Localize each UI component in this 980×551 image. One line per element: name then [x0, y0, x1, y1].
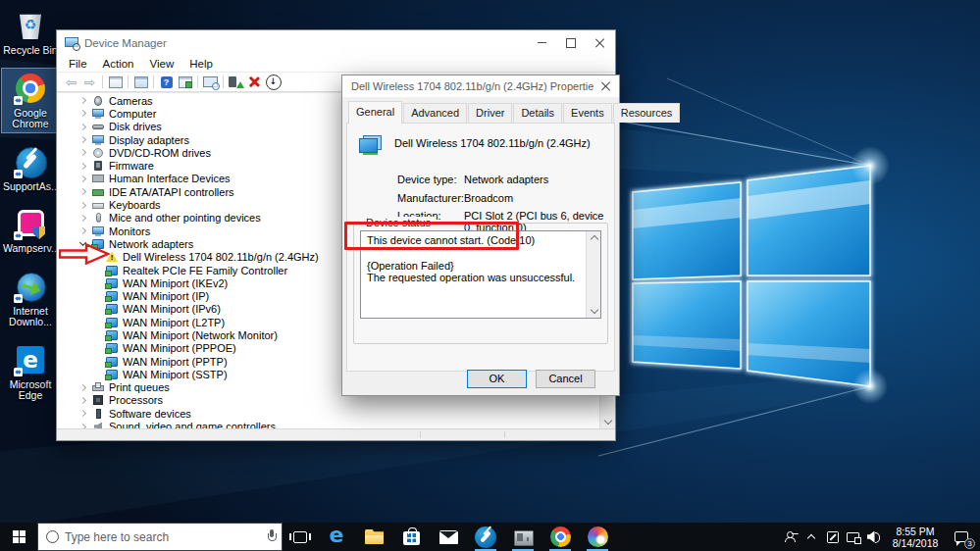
ok-button[interactable]: OK [467, 370, 527, 388]
toolbar-button[interactable] [201, 74, 220, 90]
desktop-icon[interactable]: Microsoft Edge [2, 340, 59, 404]
app-icon [548, 526, 572, 549]
device-type-icon [106, 318, 118, 327]
tree-item-label: Disk drives [109, 121, 162, 132]
status-bar [57, 428, 615, 440]
scroll-down-icon[interactable] [600, 415, 615, 428]
device-type-icon [92, 187, 104, 197]
taskbar-app[interactable] [430, 523, 467, 551]
expand-chevron-icon[interactable] [78, 174, 88, 183]
tree-item-label: WAN Miniport (PPTP) [123, 356, 228, 368]
dialog-close-button[interactable] [593, 75, 619, 97]
toolbar-button[interactable] [157, 74, 176, 90]
toolbar-button[interactable] [102, 75, 103, 88]
desktop-icon[interactable]: SupportAs... [2, 142, 59, 195]
taskbar-clock[interactable]: 8:55 PM 8/14/2018 [884, 526, 947, 549]
toolbar-button[interactable] [128, 75, 129, 88]
toolbar-button[interactable] [227, 74, 245, 90]
scroll-down-icon[interactable] [587, 304, 600, 318]
dialog-tab[interactable]: Advanced [403, 103, 467, 123]
tree-item-label: Keyboards [109, 199, 161, 211]
desktop-icon[interactable]: Google Chrome [2, 69, 59, 132]
desktop-icon[interactable]: Internet Downlo... [2, 267, 59, 330]
volume-button[interactable] [863, 523, 884, 551]
task-view-button[interactable] [283, 523, 318, 551]
desktop-icon[interactable]: Recycle Bin [2, 6, 59, 59]
taskbar-app[interactable] [318, 523, 355, 551]
toolbar-button[interactable] [176, 74, 194, 90]
taskbar-app[interactable] [542, 523, 579, 551]
expand-chevron-icon[interactable] [78, 135, 88, 145]
menu-item[interactable]: Help [181, 58, 221, 70]
toolbar-button[interactable] [245, 74, 264, 90]
action-center-button[interactable]: 3 [947, 523, 976, 551]
menu-item[interactable]: View [142, 58, 182, 70]
toolbar-button[interactable] [197, 75, 198, 88]
taskbar-app[interactable] [392, 523, 430, 551]
show-hidden-icons-button[interactable] [801, 523, 822, 551]
dialog-tab[interactable]: Driver [468, 103, 512, 123]
taskbar-app[interactable] [579, 523, 616, 551]
dialog-titlebar[interactable]: Dell Wireless 1704 802.11b/g/n (2.4GHz) … [342, 75, 619, 97]
cancel-button[interactable]: Cancel [536, 370, 595, 388]
network-button[interactable] [843, 523, 863, 551]
minimize-button[interactable] [527, 30, 556, 55]
search-input[interactable] [59, 530, 267, 544]
device-manager-titlebar[interactable]: Device Manager [57, 30, 615, 55]
expand-chevron-icon[interactable] [78, 148, 88, 158]
scroll-up-icon[interactable] [587, 231, 600, 245]
close-button[interactable] [586, 30, 615, 55]
microphone-icon[interactable] [267, 529, 276, 544]
menu-item[interactable]: File [61, 58, 95, 70]
device-type-icon [92, 122, 104, 131]
desktop-icon[interactable]: Wampserv... [2, 204, 59, 257]
dialog-tab[interactable]: Events [563, 103, 612, 123]
dialog-tab[interactable]: General [348, 101, 402, 123]
status-scrollbar[interactable] [586, 231, 600, 318]
dialog-tab[interactable]: Resources [613, 103, 681, 123]
tree-item-label: Sound, video and game controllers [109, 421, 276, 428]
toolbar-button[interactable] [131, 74, 150, 90]
red-highlight-rectangle [344, 222, 519, 250]
tree-item-label: WAN Miniport (L2TP) [123, 317, 225, 328]
dialog-tab[interactable]: Details [513, 103, 562, 123]
expand-chevron-icon[interactable] [78, 213, 88, 223]
device-manager-icon [65, 37, 78, 49]
expand-chevron-icon[interactable] [78, 395, 88, 405]
taskbar-app[interactable] [355, 523, 392, 551]
pen-settings-button[interactable] [822, 523, 843, 551]
toolbar-button[interactable] [106, 74, 125, 90]
app-icon [325, 526, 348, 549]
info-value: Network adapters [464, 174, 548, 185]
device-info-row: Manufacturer: Broadcom [397, 192, 604, 204]
maximize-button[interactable] [556, 30, 586, 55]
taskbar-search[interactable] [37, 523, 283, 551]
expand-chevron-icon[interactable] [78, 122, 88, 131]
toolbar-button[interactable] [264, 74, 283, 90]
expand-chevron-icon[interactable] [78, 109, 88, 119]
tree-item[interactable]: Software devices [57, 407, 599, 420]
tree-item-label: Software devices [109, 408, 191, 420]
device-type-icon [106, 330, 118, 340]
expand-chevron-icon[interactable] [78, 187, 88, 197]
tree-item-label: WAN Miniport (IPv6) [123, 303, 221, 315]
taskbar-app[interactable] [467, 523, 504, 551]
start-button[interactable] [0, 523, 37, 551]
toolbar-button[interactable] [153, 75, 154, 88]
expand-chevron-icon[interactable] [78, 200, 88, 210]
expand-chevron-icon[interactable] [78, 96, 88, 106]
expand-chevron-icon[interactable] [78, 409, 88, 419]
expand-chevron-icon[interactable] [78, 161, 88, 171]
toolbar-button[interactable] [223, 75, 224, 88]
toolbar-button[interactable] [62, 74, 80, 90]
expand-chevron-icon[interactable] [78, 226, 88, 236]
expand-chevron-icon[interactable] [78, 422, 88, 428]
toolbar-button[interactable] [80, 74, 99, 90]
tree-item[interactable]: Sound, video and game controllers [57, 420, 599, 428]
menu-item[interactable]: Action [95, 58, 142, 70]
people-button[interactable] [781, 523, 801, 551]
desktop-icon-label: Recycle Bin [3, 45, 57, 57]
expand-chevron-icon[interactable] [78, 382, 88, 392]
device-type-icon [92, 422, 104, 428]
taskbar-app[interactable] [504, 523, 542, 551]
